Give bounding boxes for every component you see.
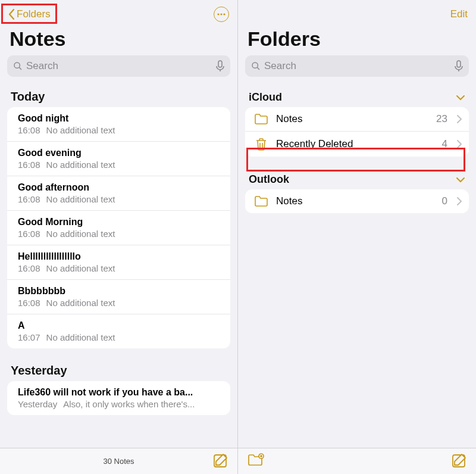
search-input-notes[interactable]: Search xyxy=(7,55,230,77)
note-row[interactable]: Helllllllllllllllllo 16:08No additional … xyxy=(7,245,230,280)
notes-card-today: Good night 16:08No additional text Good … xyxy=(7,107,230,348)
compose-icon xyxy=(212,453,228,469)
page-title-notes: Notes xyxy=(0,26,237,55)
chevron-right-icon xyxy=(457,197,462,205)
svg-point-8 xyxy=(252,63,258,68)
note-row[interactable]: Good Morning 16:08No additional text xyxy=(7,211,230,245)
search-icon xyxy=(251,61,261,71)
note-row[interactable]: Life360 will not work if you have a ba..… xyxy=(7,381,230,415)
svg-rect-5 xyxy=(218,61,222,67)
bottombar-folders xyxy=(238,448,476,474)
folders-card-icloud: Notes 23 Recently Deleted 4 xyxy=(245,107,469,157)
navbar-left: Folders xyxy=(0,0,237,26)
search-input-folders[interactable]: Search xyxy=(245,55,469,77)
edit-button[interactable]: Edit xyxy=(450,8,468,20)
compose-note-button[interactable] xyxy=(451,453,466,469)
svg-point-1 xyxy=(220,13,222,15)
folder-icon xyxy=(253,113,269,125)
folders-pane: Edit Folders Search iCloud Notes 23 Rece… xyxy=(238,0,476,474)
folder-icon xyxy=(253,195,269,207)
mic-icon[interactable] xyxy=(455,60,463,72)
search-placeholder: Search xyxy=(26,60,212,72)
note-row[interactable]: A 16:07No additional text xyxy=(7,314,230,348)
back-label: Folders xyxy=(17,8,51,20)
note-row[interactable]: Good night 16:08No additional text xyxy=(7,107,230,142)
section-header-today: Today xyxy=(0,83,237,107)
mic-icon[interactable] xyxy=(216,60,224,72)
trash-icon xyxy=(253,138,269,151)
chevron-right-icon xyxy=(457,140,462,148)
notes-list-pane: Folders Notes Search Today Good night 16… xyxy=(0,0,238,474)
folder-row-notes[interactable]: Notes 23 xyxy=(245,107,469,132)
new-folder-button[interactable] xyxy=(248,453,264,466)
account-header-icloud[interactable]: iCloud xyxy=(238,83,476,107)
notes-count-label: 30 Notes xyxy=(103,457,134,466)
note-row[interactable]: Good afternoon 16:08No additional text xyxy=(7,176,230,211)
svg-line-9 xyxy=(257,67,259,70)
chevron-left-icon xyxy=(8,8,15,20)
folder-plus-icon xyxy=(248,453,264,466)
search-icon xyxy=(13,61,23,71)
folder-row-recently-deleted[interactable]: Recently Deleted 4 xyxy=(245,132,469,157)
svg-point-2 xyxy=(223,13,225,15)
note-row[interactable]: Good evening 16:08No additional text xyxy=(7,142,230,176)
chevron-down-icon xyxy=(456,95,465,101)
chevron-right-icon xyxy=(457,115,462,123)
notes-card-yesterday: Life360 will not work if you have a ba..… xyxy=(7,381,230,415)
svg-point-0 xyxy=(217,13,219,15)
search-placeholder: Search xyxy=(264,60,451,72)
more-options-button[interactable] xyxy=(214,7,229,22)
bottombar-notes: 30 Notes xyxy=(0,448,237,474)
svg-point-3 xyxy=(14,63,20,68)
svg-rect-10 xyxy=(457,61,461,67)
svg-line-4 xyxy=(19,67,21,70)
compose-note-button[interactable] xyxy=(212,453,228,469)
ellipsis-icon xyxy=(217,13,226,15)
note-row[interactable]: Bbbbbbbb 16:08No additional text xyxy=(7,280,230,314)
compose-icon xyxy=(451,453,466,469)
account-header-outlook[interactable]: Outlook xyxy=(238,165,476,189)
chevron-down-icon xyxy=(456,177,465,183)
back-to-folders-button[interactable]: Folders xyxy=(8,8,51,20)
folder-row-notes[interactable]: Notes 0 xyxy=(245,189,469,213)
section-header-yesterday: Yesterday xyxy=(0,357,237,381)
navbar-right: Edit xyxy=(238,0,476,26)
page-title-folders: Folders xyxy=(238,26,476,55)
folders-card-outlook: Notes 0 xyxy=(245,189,469,213)
